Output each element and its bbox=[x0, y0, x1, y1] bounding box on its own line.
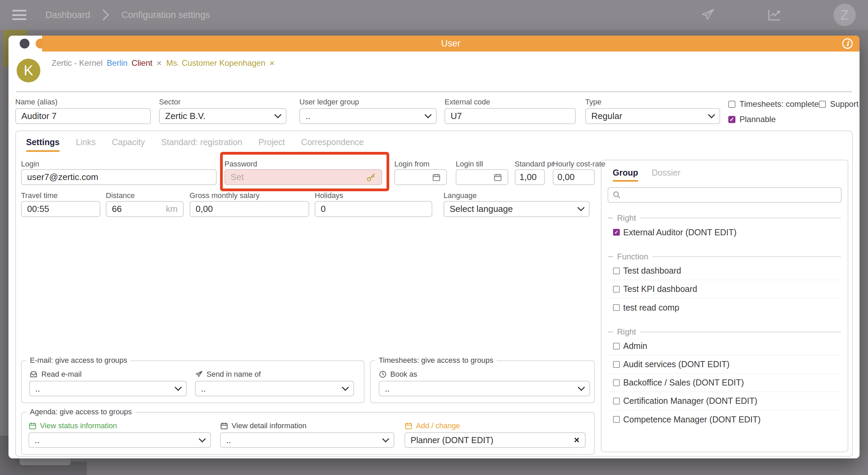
type-select[interactable]: Regular bbox=[585, 108, 720, 124]
read-email-select[interactable]: .. bbox=[29, 381, 187, 396]
book-as-select[interactable]: .. bbox=[379, 381, 590, 396]
distance-field[interactable]: 66 km bbox=[106, 201, 184, 217]
external-code-field[interactable]: U7 bbox=[445, 108, 576, 124]
group-item-admin[interactable]: Admin bbox=[608, 337, 841, 355]
send-icon[interactable] bbox=[701, 7, 715, 22]
checkbox-icon[interactable] bbox=[613, 343, 620, 350]
name-alias-label: Name (alias) bbox=[15, 98, 58, 106]
group-item-competence-manager[interactable]: Competence Manager (DONT EDIT) bbox=[608, 410, 841, 429]
view-detail-select[interactable]: .. bbox=[220, 432, 394, 448]
checkbox-icon[interactable] bbox=[728, 101, 735, 108]
plannable-checkbox[interactable]: Plannable bbox=[728, 115, 776, 124]
timesheets-access-group: Timesheets: give access to groups Book a… bbox=[370, 360, 595, 403]
close-icon[interactable]: × bbox=[156, 58, 161, 68]
group-item-certification-manager[interactable]: Certification Manager (DONT EDIT) bbox=[608, 392, 841, 410]
login-till-label: Login till bbox=[456, 160, 483, 169]
agenda-access-legend: Agenda: give access to groups bbox=[26, 408, 135, 416]
tab-group[interactable]: Group bbox=[613, 168, 638, 182]
login-from-date-field[interactable] bbox=[394, 169, 447, 185]
tab-capacity[interactable]: Capacity bbox=[112, 137, 145, 152]
app-topbar: Dashboard Configuration settings Z bbox=[0, 0, 868, 30]
tab-dossier[interactable]: Dossier bbox=[652, 168, 680, 182]
password-field[interactable]: Set bbox=[224, 169, 382, 185]
checkbox-icon[interactable] bbox=[613, 268, 620, 274]
timesheets-complete-checkbox[interactable]: Timesheets: complete bbox=[728, 99, 819, 109]
checkbox-icon[interactable] bbox=[613, 361, 620, 368]
tab-settings[interactable]: Settings bbox=[26, 137, 60, 152]
chevron-down-icon bbox=[708, 111, 715, 118]
open-record-tabs: Zertic - Kernel Berlin Client × Ms. Cust… bbox=[52, 57, 275, 70]
clock-icon bbox=[379, 370, 387, 378]
info-icon[interactable]: i bbox=[842, 38, 853, 49]
breadcrumb-chevron-icon bbox=[102, 9, 110, 21]
view-status-label: View status information bbox=[28, 421, 117, 430]
close-icon[interactable]: × bbox=[270, 58, 275, 68]
timesheets-access-legend: Timesheets: give access to groups bbox=[375, 356, 497, 365]
language-select[interactable]: Select language bbox=[443, 201, 590, 217]
gross-monthly-salary-field[interactable]: 0,00 bbox=[190, 201, 309, 217]
sector-select[interactable]: Zertic B.V. bbox=[159, 108, 287, 124]
view-status-select[interactable]: .. bbox=[28, 432, 211, 448]
dialog-tabs: Settings Links Capacity Standard: regist… bbox=[26, 137, 364, 152]
login-till-date-field[interactable] bbox=[456, 169, 508, 185]
group-item-backoffice-sales[interactable]: Backoffice / Sales (DONT EDIT) bbox=[608, 374, 841, 392]
tab-correspondence[interactable]: Correspondence bbox=[301, 137, 364, 152]
user-avatar[interactable]: Z bbox=[833, 4, 856, 26]
checkbox-icon[interactable] bbox=[613, 416, 620, 423]
group-item-audit-services[interactable]: Audit services (DONT EDIT) bbox=[608, 355, 841, 374]
key-icon[interactable] bbox=[366, 172, 376, 182]
book-as-label: Book as bbox=[379, 370, 417, 379]
divider bbox=[16, 91, 852, 92]
name-alias-field[interactable]: Auditor 7 bbox=[15, 108, 151, 124]
send-in-name-of-select[interactable]: .. bbox=[195, 381, 354, 396]
email-access-group: E-mail: give access to groups Read e-mai… bbox=[21, 360, 364, 403]
hourly-cost-rate-field[interactable]: 0,00 bbox=[553, 169, 595, 185]
standard-pr-label: Standard pr bbox=[515, 160, 554, 169]
calendar-icon[interactable] bbox=[493, 173, 502, 182]
inbox-icon bbox=[29, 370, 38, 379]
tab-project[interactable]: Project bbox=[258, 137, 285, 152]
hourly-cost-rate-label: Hourly cost-rate bbox=[553, 160, 605, 169]
standard-pr-field[interactable]: 1,00 bbox=[515, 169, 545, 185]
calendar-icon[interactable] bbox=[432, 173, 441, 182]
user-ledger-group-select[interactable]: .. bbox=[299, 108, 437, 124]
holidays-field[interactable]: 0 bbox=[315, 201, 432, 217]
dialog-titlebar: User bbox=[42, 36, 860, 52]
checkbox-checked-icon[interactable] bbox=[728, 116, 735, 123]
chart-icon[interactable] bbox=[766, 7, 783, 22]
record-tab-kernel[interactable]: Zertic - Kernel Berlin Client × bbox=[52, 58, 162, 68]
window-close-button[interactable] bbox=[20, 39, 29, 48]
distance-unit: km bbox=[166, 204, 178, 214]
checkbox-icon[interactable] bbox=[819, 101, 826, 108]
checkbox-icon[interactable] bbox=[613, 398, 620, 404]
chevron-down-icon bbox=[175, 383, 182, 391]
sector-label: Sector bbox=[159, 98, 181, 106]
checkbox-icon[interactable] bbox=[613, 286, 620, 293]
user-dialog: User i K Zertic - Kernel Berlin Client ×… bbox=[8, 36, 860, 458]
chevron-down-icon bbox=[425, 111, 432, 118]
support-checkbox[interactable]: Support bbox=[819, 99, 859, 109]
tab-links[interactable]: Links bbox=[76, 137, 96, 152]
group-item-external-auditor[interactable]: External Auditor (DONT EDIT) bbox=[608, 223, 841, 241]
checkbox-icon[interactable] bbox=[613, 379, 620, 386]
group-item-test-dashboard[interactable]: Test dashboard bbox=[608, 262, 841, 280]
travel-time-label: Travel time bbox=[21, 191, 58, 200]
calendar-icon bbox=[28, 422, 37, 430]
travel-time-field[interactable]: 00:55 bbox=[21, 201, 100, 217]
add-change-field[interactable]: Planner (DONT EDIT) × bbox=[405, 432, 586, 448]
checkbox-icon[interactable] bbox=[613, 304, 620, 311]
external-code-label: External code bbox=[445, 98, 490, 106]
group-search-input[interactable] bbox=[608, 187, 842, 203]
menu-icon[interactable] bbox=[12, 10, 26, 20]
group-item-test-read-comp[interactable]: test read comp bbox=[608, 298, 841, 317]
checkbox-checked-icon[interactable] bbox=[613, 229, 620, 236]
chevron-down-icon bbox=[382, 435, 389, 442]
breadcrumb-dashboard[interactable]: Dashboard bbox=[45, 10, 90, 20]
record-avatar: K bbox=[17, 59, 40, 82]
group-item-test-kpi-dashboard[interactable]: Test KPI dashboard bbox=[608, 280, 841, 298]
dialog-title: User bbox=[441, 38, 460, 49]
record-tab-customer[interactable]: Ms. Customer Kopenhagen × bbox=[166, 58, 275, 68]
tab-standard-registration[interactable]: Standard: registration bbox=[161, 137, 242, 152]
login-field[interactable]: user7@zertic.com bbox=[21, 169, 217, 185]
clear-icon[interactable]: × bbox=[574, 435, 579, 446]
